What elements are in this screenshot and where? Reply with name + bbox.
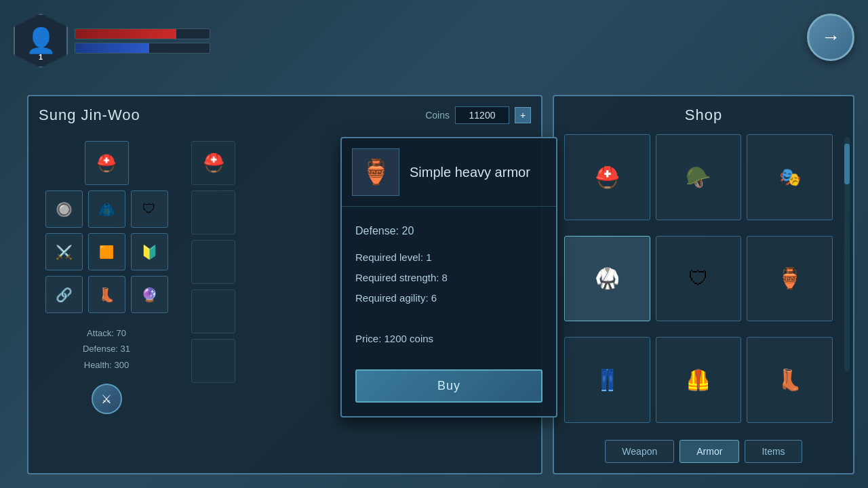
item-detail-popup: 🏺 Simple heavy armor Defense: 20 Require… <box>340 137 557 418</box>
equip-row-upper: 🔘 🧥 🛡 <box>39 190 174 228</box>
inv-slot-5[interactable] <box>191 339 235 383</box>
equipment-grid: ⛑️ 🔘 🧥 🛡 ⚔️ 🟧 🔰 🔗 👢 🔮 <box>39 141 174 463</box>
buy-button[interactable]: Buy <box>355 369 542 403</box>
shop-panel: Shop ⛑️ 🪖 🎭 🥋 🛡 🏺 👖 🦺 👢 Weapon Armor Ite… <box>553 95 854 474</box>
filter-armor-button[interactable]: Armor <box>679 440 739 463</box>
equip-slot-chest[interactable]: 🧥 <box>88 190 125 228</box>
main-panels: Sung Jin-Woo Coins 11200 + ⛑️ 🔘 🧥 🛡 <box>27 95 854 474</box>
popup-price: Price: 1200 coins <box>355 329 542 349</box>
stat-health: Health: 300 <box>39 357 174 373</box>
shop-item-chest1[interactable]: 🥋 <box>564 236 650 322</box>
shop-item-legs2[interactable]: 🦺 <box>656 337 742 423</box>
char-name: Sung Jin-Woo <box>39 106 140 124</box>
shop-item-helmet1[interactable]: ⛑️ <box>564 134 650 220</box>
popup-item-name: Simple heavy armor <box>410 163 530 181</box>
hud-bars <box>75 28 210 54</box>
stat-attack: Attack: 70 <box>39 325 174 341</box>
popup-item-icon: 🏺 <box>352 148 399 196</box>
coins-add-button[interactable]: + <box>515 107 531 123</box>
shop-item-chest2[interactable]: 🛡 <box>656 236 742 322</box>
shop-item-helmet2[interactable]: 🪖 <box>656 134 742 220</box>
equip-row-helmet: ⛑️ <box>39 141 174 185</box>
inv-slot-2[interactable] <box>191 190 235 235</box>
hp-bar-container <box>75 28 210 39</box>
next-arrow-icon: → <box>821 26 840 48</box>
character-view-button[interactable]: ⚔ <box>92 384 122 414</box>
popup-req-strength: Required strength: 8 <box>355 268 542 288</box>
filter-weapon-button[interactable]: Weapon <box>605 440 674 463</box>
inv-slot-4[interactable] <box>191 289 235 333</box>
next-button[interactable]: → <box>807 14 854 61</box>
coins-label: Coins <box>425 110 450 121</box>
popup-body: Defense: 20 Required level: 1 Required s… <box>342 207 556 363</box>
character-hud: 👤 1 <box>14 14 210 68</box>
inv-slot-1[interactable]: ⛑️ <box>191 141 235 185</box>
equip-slot-boots[interactable]: 👢 <box>88 276 125 313</box>
equip-slot-shoulder[interactable]: 🔘 <box>45 190 83 228</box>
shop-scrollbar[interactable] <box>844 137 850 371</box>
equip-slot-helmet[interactable]: ⛑️ <box>85 141 129 185</box>
equip-row-lower: 🔗 👢 🔮 <box>39 276 174 313</box>
equip-slot-shield[interactable]: 🔰 <box>131 233 168 270</box>
popup-req-agility: Required agility: 6 <box>355 288 542 308</box>
mp-bar-container <box>75 43 210 54</box>
inv-slot-3[interactable] <box>191 240 235 284</box>
shop-item-legs3[interactable]: 👢 <box>747 337 833 423</box>
coins-area: Coins 11200 + <box>425 106 531 124</box>
equip-slot-pants[interactable]: 🟧 <box>88 233 125 270</box>
mp-bar <box>75 43 149 53</box>
avatar-icon: 👤 <box>26 26 56 55</box>
equip-slot-ring[interactable]: 🔗 <box>45 276 83 313</box>
hp-bar <box>75 29 176 39</box>
popup-defense: Defense: 20 <box>355 220 542 242</box>
shop-item-helmet3[interactable]: 🎭 <box>747 134 833 220</box>
stat-defense: Defense: 31 <box>39 341 174 357</box>
equip-row-mid: ⚔️ 🟧 🔰 <box>39 233 174 270</box>
coins-value: 11200 <box>455 106 509 124</box>
char-panel-header: Sung Jin-Woo Coins 11200 + <box>39 106 531 131</box>
popup-header: 🏺 Simple heavy armor <box>342 138 556 207</box>
filter-items-button[interactable]: Items <box>745 440 802 463</box>
equip-slot-weapon[interactable]: ⚔️ <box>45 233 83 270</box>
popup-req-level: Required level: 1 <box>355 247 542 268</box>
equip-slot-trinket[interactable]: 🔮 <box>131 276 168 313</box>
equip-slot-offhand[interactable]: 🛡 <box>131 190 168 228</box>
shop-filter-buttons: Weapon Armor Items <box>564 440 843 463</box>
shop-item-legs1[interactable]: 👖 <box>564 337 650 423</box>
char-stats: Attack: 70 Defense: 31 Health: 300 <box>39 325 174 373</box>
character-panel: Sung Jin-Woo Coins 11200 + ⛑️ 🔘 🧥 🛡 <box>27 95 542 474</box>
shop-items-grid: ⛑️ 🪖 🎭 🥋 🛡 🏺 👖 🦺 👢 <box>564 134 843 433</box>
avatar-level: 1 <box>39 53 43 61</box>
avatar: 👤 1 <box>14 14 68 68</box>
shop-item-chest3[interactable]: 🏺 <box>747 236 833 322</box>
scrollbar-thumb <box>844 144 850 184</box>
shop-title: Shop <box>564 106 843 124</box>
